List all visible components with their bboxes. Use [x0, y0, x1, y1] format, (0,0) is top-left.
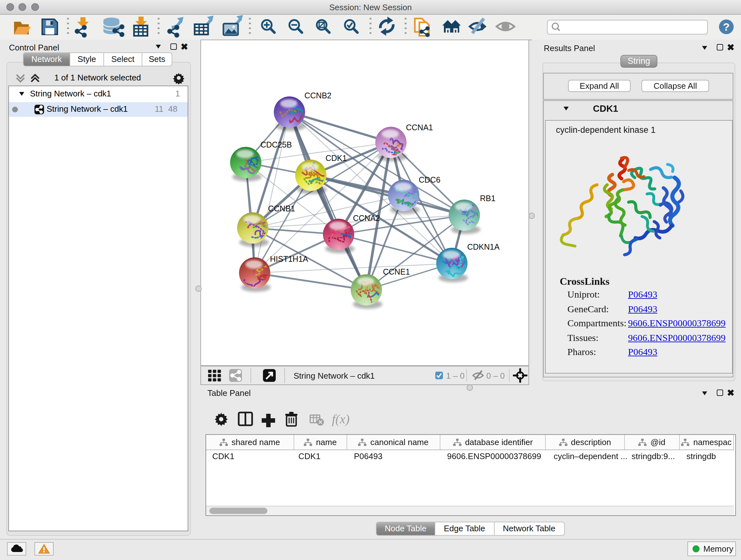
svg-text:CCNE1: CCNE1 [383, 267, 410, 276]
svg-text:CCNA2: CCNA2 [353, 213, 380, 223]
svg-text:String Network – cdk1: String Network – cdk1 [293, 371, 375, 381]
svg-text:?: ? [723, 21, 730, 33]
svg-text:CCNB1: CCNB1 [268, 204, 295, 213]
svg-text:CCNA1: CCNA1 [406, 123, 433, 132]
svg-text:HIST1H1A: HIST1H1A [270, 254, 308, 263]
svg-text:CDC25B: CDC25B [260, 140, 292, 149]
svg-text:1 – 0: 1 – 0 [446, 371, 465, 381]
svg-text:CCNB2: CCNB2 [305, 91, 332, 100]
svg-text:f(x): f(x) [332, 412, 350, 426]
svg-text:CDC6: CDC6 [419, 175, 441, 184]
svg-text:CDK1: CDK1 [326, 153, 347, 163]
svg-text:RB1: RB1 [480, 194, 495, 203]
svg-text:CDKN1A: CDKN1A [467, 242, 500, 251]
svg-text:0 – 0: 0 – 0 [486, 371, 505, 381]
